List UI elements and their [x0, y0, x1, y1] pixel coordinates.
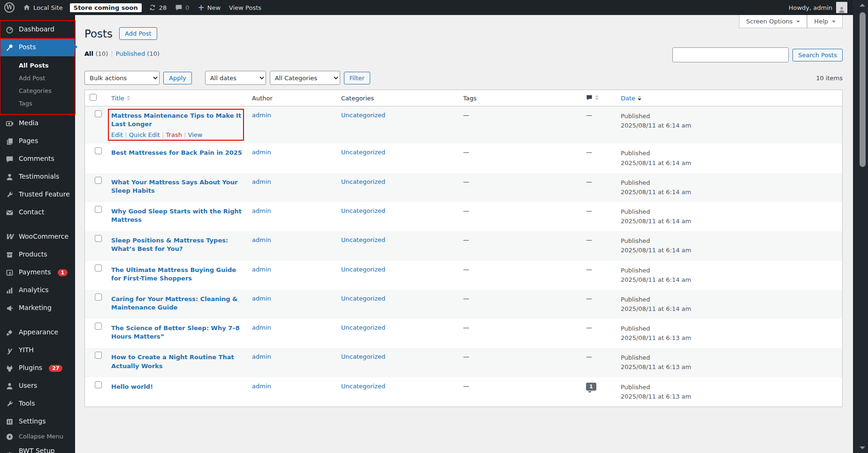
- sidebar-subitem-add-post[interactable]: Add Post: [0, 72, 75, 84]
- row-action-view[interactable]: View: [188, 131, 203, 138]
- category-link[interactable]: Uncategorized: [341, 207, 385, 214]
- sidebar-subitem-tags[interactable]: Tags: [0, 97, 75, 110]
- row-checkbox[interactable]: [95, 294, 102, 301]
- post-title-link[interactable]: What Your Mattress Says About Your Sleep…: [111, 178, 243, 195]
- row-checkbox[interactable]: [95, 110, 102, 117]
- author-link[interactable]: admin: [252, 383, 271, 390]
- author-link[interactable]: admin: [252, 295, 271, 302]
- posts-table: Title Author Categories Tags Date Matt: [84, 90, 843, 407]
- category-link[interactable]: Uncategorized: [341, 353, 385, 360]
- row-checkbox[interactable]: [95, 264, 102, 272]
- updates-link[interactable]: 28: [145, 0, 171, 15]
- add-post-button[interactable]: Add Post: [119, 27, 157, 40]
- scrollbar-thumb[interactable]: [860, 12, 866, 167]
- table-row: Why Good Sleep Starts with the Right Mat…: [85, 202, 843, 231]
- row-action-edit[interactable]: Edit: [111, 131, 123, 138]
- column-header-date[interactable]: Date: [616, 90, 843, 106]
- row-checkbox[interactable]: [95, 323, 102, 330]
- apply-button[interactable]: Apply: [163, 72, 192, 84]
- post-title-link[interactable]: Sleep Positions & Mattress Types: What’s…: [111, 236, 243, 253]
- row-checkbox[interactable]: [95, 206, 102, 213]
- row-checkbox[interactable]: [95, 235, 102, 242]
- column-header-comments[interactable]: [581, 90, 616, 106]
- view-published-link[interactable]: Published (10): [116, 50, 160, 57]
- sidebar-item-posts[interactable]: PostsAll PostsAdd PostCategoriesTags: [0, 38, 75, 114]
- sidebar-item-marketing[interactable]: Marketing: [0, 299, 75, 317]
- howdy-account-link[interactable]: Howdy, admin: [789, 0, 832, 15]
- author-link[interactable]: admin: [252, 149, 271, 156]
- row-checkbox[interactable]: [95, 147, 102, 154]
- row-action-quick-edit[interactable]: Quick Edit: [129, 131, 160, 138]
- post-title-link[interactable]: Caring for Your Mattress: Cleaning & Mai…: [111, 295, 243, 312]
- row-checkbox[interactable]: [95, 381, 102, 388]
- help-button[interactable]: Help: [807, 15, 843, 28]
- category-link[interactable]: Uncategorized: [341, 383, 385, 390]
- category-link[interactable]: Uncategorized: [341, 266, 385, 273]
- sidebar-item-tools[interactable]: Tools: [0, 395, 75, 413]
- author-link[interactable]: admin: [252, 266, 271, 273]
- category-link[interactable]: Uncategorized: [341, 149, 385, 156]
- post-title-link[interactable]: The Science of Better Sleep: Why 7–8 Hou…: [111, 324, 243, 341]
- sidebar-item-comments[interactable]: Comments: [0, 150, 75, 168]
- sidebar-item-testimonials[interactable]: Testimonials: [0, 168, 75, 186]
- sidebar-subitem-categories[interactable]: Categories: [0, 84, 75, 97]
- author-link[interactable]: admin: [252, 236, 271, 243]
- sidebar-item-payments[interactable]: $Payments1: [0, 264, 75, 281]
- post-title-link[interactable]: How to Create a Night Routine That Actua…: [111, 353, 243, 370]
- new-content-link[interactable]: + New: [193, 0, 225, 15]
- sidebar-item-users[interactable]: Users: [0, 377, 75, 395]
- filter-button[interactable]: Filter: [344, 72, 370, 84]
- site-link[interactable]: Local Site: [19, 0, 67, 15]
- scroll-up-arrow-icon[interactable]: [860, 4, 865, 7]
- sidebar-item-pages[interactable]: Pages: [0, 132, 75, 150]
- view-all-link[interactable]: All (10): [84, 50, 108, 57]
- column-header-title[interactable]: Title: [107, 90, 247, 106]
- category-link[interactable]: Uncategorized: [341, 236, 385, 243]
- screen-options-button[interactable]: Screen Options: [739, 15, 807, 28]
- sidebar-item-trusted-feature[interactable]: Trusted Feature: [0, 186, 75, 204]
- author-link[interactable]: admin: [252, 353, 271, 360]
- sidebar-item-yith[interactable]: yYITH: [0, 341, 75, 359]
- row-checkbox[interactable]: [95, 352, 102, 359]
- view-filter-links: All (10) | Published (10): [84, 47, 160, 57]
- post-title-link[interactable]: Best Mattresses for Back Pain in 2025: [111, 149, 242, 157]
- sidebar-item-contact[interactable]: Contact: [0, 204, 75, 221]
- author-link[interactable]: admin: [252, 324, 271, 331]
- bulk-actions-select[interactable]: Bulk actions: [84, 71, 160, 85]
- post-title-link[interactable]: Why Good Sleep Starts with the Right Mat…: [111, 207, 243, 224]
- post-title-link[interactable]: Hello world!: [111, 383, 153, 391]
- author-link[interactable]: admin: [252, 178, 271, 185]
- search-posts-button[interactable]: Search Posts: [792, 49, 843, 61]
- category-link[interactable]: Uncategorized: [341, 324, 385, 331]
- category-link[interactable]: Uncategorized: [341, 178, 385, 185]
- post-title-link[interactable]: Mattress Maintenance Tips to Make It Las…: [111, 112, 243, 128]
- row-action-trash[interactable]: Trash: [166, 131, 182, 138]
- dates-filter-select[interactable]: All dates: [205, 71, 266, 85]
- sidebar-item-products[interactable]: Products: [0, 246, 75, 264]
- comments-link[interactable]: 0: [171, 0, 193, 15]
- column-header-categories: Categories: [336, 90, 458, 106]
- sidebar-item-plugins[interactable]: Plugins27: [0, 359, 75, 377]
- sidebar-item-collapse-menu[interactable]: Collapse Menu: [0, 428, 75, 445]
- post-title-link[interactable]: The Ultimate Mattress Buying Guide for F…: [111, 266, 243, 283]
- author-link[interactable]: admin: [252, 112, 271, 119]
- sidebar-item-analytics[interactable]: Analytics: [0, 281, 75, 299]
- sidebar-item-appearance[interactable]: Appearance: [0, 324, 75, 341]
- wordpress-logo-icon: W: [4, 2, 15, 13]
- view-posts-link[interactable]: View Posts: [225, 0, 266, 15]
- select-all-checkbox[interactable]: [90, 94, 97, 101]
- author-link[interactable]: admin: [252, 207, 271, 214]
- categories-filter-select[interactable]: All Categories: [270, 71, 340, 85]
- sidebar-item-dashboard[interactable]: Dashboard: [0, 21, 75, 38]
- category-link[interactable]: Uncategorized: [341, 295, 385, 302]
- avatar[interactable]: [836, 2, 847, 13]
- search-input[interactable]: [672, 47, 789, 62]
- scroll-down-arrow-icon[interactable]: [860, 446, 865, 449]
- sidebar-item-woocommerce[interactable]: WWooCommerce: [0, 228, 75, 246]
- row-checkbox[interactable]: [95, 177, 102, 184]
- sidebar-item-media[interactable]: Media: [0, 114, 75, 132]
- sidebar-subitem-all-posts[interactable]: All Posts: [0, 59, 75, 72]
- comment-count-badge[interactable]: 1: [586, 383, 596, 391]
- wordpress-menu[interactable]: W: [0, 0, 19, 15]
- category-link[interactable]: Uncategorized: [341, 112, 385, 119]
